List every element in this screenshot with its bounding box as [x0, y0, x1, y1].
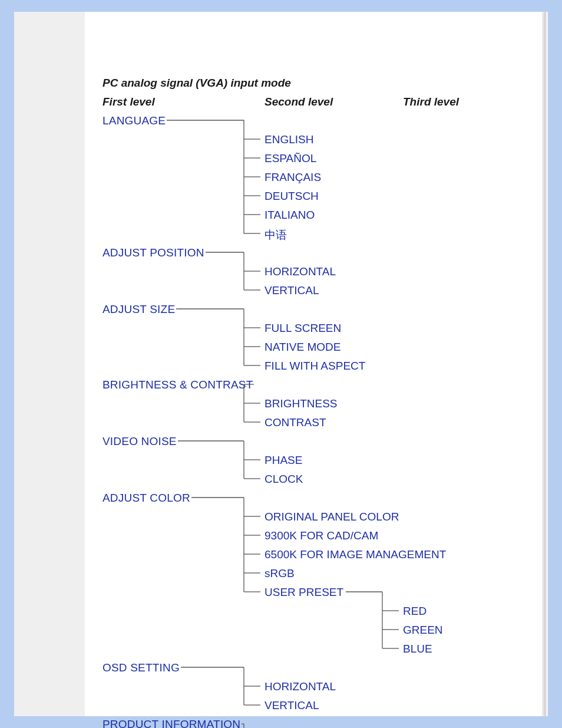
header-second-level: Second level	[265, 95, 333, 108]
menu-row: 9300K FOR CAD/CAM	[103, 527, 530, 546]
level2-item: NATIVE MODE	[265, 341, 341, 354]
menu-row: PHASE	[103, 452, 530, 470]
level2-item: VERTICAL	[265, 699, 319, 712]
menu-row: ADJUST POSITION	[103, 244, 530, 263]
level2-item: 9300K FOR CAD/CAM	[265, 529, 378, 542]
menu-row: NATIVE MODE	[103, 338, 530, 357]
content-area: PC analog signal (VGA) input mode First …	[103, 77, 530, 728]
menu-row: FULL SCREEN	[103, 319, 530, 338]
menu-row: USER PRESET	[103, 584, 530, 602]
section-title: PC analog signal (VGA) input mode	[103, 77, 530, 90]
menu-row: PRODUCT INFORMATION	[103, 716, 530, 728]
menu-row: VIDEO NOISE	[103, 433, 530, 452]
level2-item: VERTICAL	[265, 284, 319, 297]
menu-row: ADJUST SIZE	[103, 301, 530, 319]
menu-row: ORIGINAL PANEL COLOR	[103, 508, 530, 527]
menu-row: CLOCK	[103, 470, 530, 489]
level1-item: PRODUCT INFORMATION	[103, 718, 240, 728]
level1-item: VIDEO NOISE	[103, 435, 177, 448]
level1-item: OSD SETTING	[103, 661, 180, 674]
menu-row: HORIZONTAL	[103, 263, 530, 282]
menu-row: GREEN	[103, 621, 530, 640]
document-page: PC analog signal (VGA) input mode First …	[14, 12, 548, 716]
menu-row: OSD SETTING	[103, 659, 530, 678]
menu-row: HORIZONTAL	[103, 678, 530, 697]
level3-item: BLUE	[403, 643, 432, 655]
left-gutter	[14, 12, 85, 716]
menu-row: FILL WITH ASPECT	[103, 357, 530, 376]
level2-item: PHASE	[265, 454, 302, 467]
level2-item: FULL SCREEN	[265, 322, 341, 335]
menu-row: 6500K FOR IMAGE MANAGEMENT	[103, 546, 530, 565]
level2-item: 中语	[265, 228, 287, 243]
level2-item: 6500K FOR IMAGE MANAGEMENT	[265, 548, 446, 561]
level2-item: BRIGHTNESS	[265, 397, 338, 410]
menu-row: DEUTSCH	[103, 187, 530, 206]
level1-item: ADJUST SIZE	[103, 303, 175, 316]
menu-row: BLUE	[103, 640, 530, 659]
menu-tree: LANGUAGEENGLISHESPAÑOLFRANÇAISDEUTSCHITA…	[103, 112, 530, 728]
level2-item: ESPAÑOL	[265, 152, 316, 165]
menu-row: VERTICAL	[103, 697, 530, 716]
level2-item: FRANÇAIS	[265, 171, 321, 184]
menu-row: ESPAÑOL	[103, 150, 530, 169]
menu-row: ENGLISH	[103, 131, 530, 150]
menu-row: sRGB	[103, 565, 530, 584]
level2-item: DEUTSCH	[265, 190, 319, 203]
level2-item: HORIZONTAL	[265, 265, 336, 278]
level2-item: ITALIANO	[265, 209, 315, 222]
level2-item: CONTRAST	[265, 416, 326, 429]
menu-row: BRIGHTNESS	[103, 395, 530, 414]
page-right-edge	[542, 12, 548, 716]
menu-row: BRIGHTNESS & CONTRAST	[103, 376, 530, 395]
menu-row: ITALIANO	[103, 206, 530, 225]
level2-item: HORIZONTAL	[265, 680, 336, 693]
level2-item: ENGLISH	[265, 133, 313, 146]
menu-row: RED	[103, 602, 530, 621]
header-third-level: Third level	[403, 95, 459, 108]
column-headers: First level Second level Third level	[103, 93, 530, 112]
menu-row: VERTICAL	[103, 282, 530, 301]
header-first-level: First level	[103, 95, 155, 108]
menu-row: CONTRAST	[103, 414, 530, 433]
menu-row: FRANÇAIS	[103, 169, 530, 187]
menu-row: LANGUAGE	[103, 112, 530, 131]
level2-item: sRGB	[265, 567, 295, 580]
level2-item: FILL WITH ASPECT	[265, 360, 365, 373]
level2-item: USER PRESET	[265, 586, 343, 599]
level3-item: RED	[403, 605, 427, 618]
level3-item: GREEN	[403, 624, 443, 637]
level1-item: ADJUST COLOR	[103, 492, 190, 505]
menu-row: ADJUST COLOR	[103, 489, 530, 508]
menu-row: 中语	[103, 225, 530, 244]
level1-item: ADJUST POSITION	[103, 246, 204, 259]
level2-item: ORIGINAL PANEL COLOR	[265, 510, 399, 523]
level1-item: LANGUAGE	[103, 114, 166, 127]
level1-item: BRIGHTNESS & CONTRAST	[103, 378, 253, 391]
level2-item: CLOCK	[265, 473, 303, 486]
